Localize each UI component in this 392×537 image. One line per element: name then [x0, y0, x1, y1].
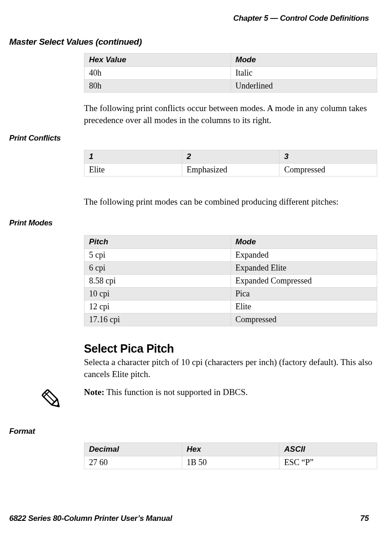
- note-text: Note: This function is not supported in …: [84, 387, 379, 397]
- note-pencil-icon: [39, 386, 65, 412]
- section-label-modes: Print Modes: [9, 218, 53, 228]
- cell: 1B 50: [182, 456, 279, 469]
- cell: Expanded Compressed: [231, 275, 377, 288]
- cell: 12 cpi: [84, 301, 231, 313]
- table-row: 12 cpi Elite: [84, 301, 377, 313]
- col-header: ASCII: [279, 443, 377, 456]
- table-row: 40h Italic: [84, 67, 377, 80]
- cell: Expanded: [231, 249, 377, 262]
- table-row: 10 cpi Pica: [84, 288, 377, 301]
- cell: ESC “P”: [279, 456, 377, 469]
- cell: Compressed: [279, 164, 377, 177]
- cell: 10 cpi: [84, 288, 231, 301]
- col-header: 3: [279, 150, 377, 164]
- continued-title: Master Select Values (continued): [9, 37, 142, 47]
- col-header: 1: [84, 150, 182, 164]
- col-header: Decimal: [84, 443, 182, 456]
- cell: 27 60: [84, 456, 182, 469]
- master-select-table: Hex Value Mode 40h Italic 80h Underlined: [84, 53, 377, 93]
- paragraph: Selecta a character pitch of 10 cpi (cha…: [84, 356, 379, 380]
- cell: Pica: [231, 288, 377, 301]
- footer-manual-title: 6822 Series 80-Column Printer User’s Man…: [9, 514, 172, 523]
- table-row: 6 cpi Expanded Elite: [84, 262, 377, 275]
- cell: 17.16 cpi: [84, 313, 231, 326]
- paragraph: The following print conflicts occur betw…: [84, 102, 379, 126]
- cell: 6 cpi: [84, 262, 231, 275]
- cell: 80h: [84, 80, 231, 93]
- col-header: Hex Value: [84, 53, 231, 67]
- col-header: 2: [182, 150, 279, 164]
- cell: 8.58 cpi: [84, 275, 231, 288]
- cell: Underlined: [231, 80, 377, 93]
- cell: Italic: [231, 67, 377, 80]
- col-header: Mode: [231, 236, 377, 249]
- col-header: Mode: [231, 53, 377, 67]
- cell: Elite: [84, 164, 182, 177]
- print-conflicts-table: 1 2 3 Elite Emphasized Compressed: [84, 150, 377, 177]
- cell: 5 cpi: [84, 249, 231, 262]
- table-row: Elite Emphasized Compressed: [84, 164, 377, 177]
- paragraph: The following print modes can be combine…: [84, 196, 379, 208]
- table-row: 5 cpi Expanded: [84, 249, 377, 262]
- section-label-conflicts: Print Conflicts: [9, 134, 61, 143]
- section-label-format: Format: [9, 427, 35, 436]
- table-row: 8.58 cpi Expanded Compressed: [84, 275, 377, 288]
- cell: Emphasized: [182, 164, 279, 177]
- table-row: 27 60 1B 50 ESC “P”: [84, 456, 377, 469]
- print-modes-table: Pitch Mode 5 cpi Expanded 6 cpi Expanded…: [84, 235, 377, 326]
- table-row: 17.16 cpi Compressed: [84, 313, 377, 326]
- table-row: 80h Underlined: [84, 80, 377, 93]
- note-label: Note:: [84, 387, 104, 397]
- format-table: Decimal Hex ASCII 27 60 1B 50 ESC “P”: [84, 443, 377, 469]
- footer-page-number: 75: [360, 514, 369, 523]
- select-pica-heading: Select Pica Pitch: [84, 342, 174, 355]
- note-body: This function is not supported in DBCS.: [104, 387, 248, 397]
- cell: 40h: [84, 67, 231, 80]
- cell: Elite: [231, 301, 377, 313]
- cell: Expanded Elite: [231, 262, 377, 275]
- col-header: Pitch: [84, 236, 231, 249]
- chapter-header: Chapter 5 — Control Code Definitions: [233, 14, 369, 23]
- col-header: Hex: [182, 443, 279, 456]
- cell: Compressed: [231, 313, 377, 326]
